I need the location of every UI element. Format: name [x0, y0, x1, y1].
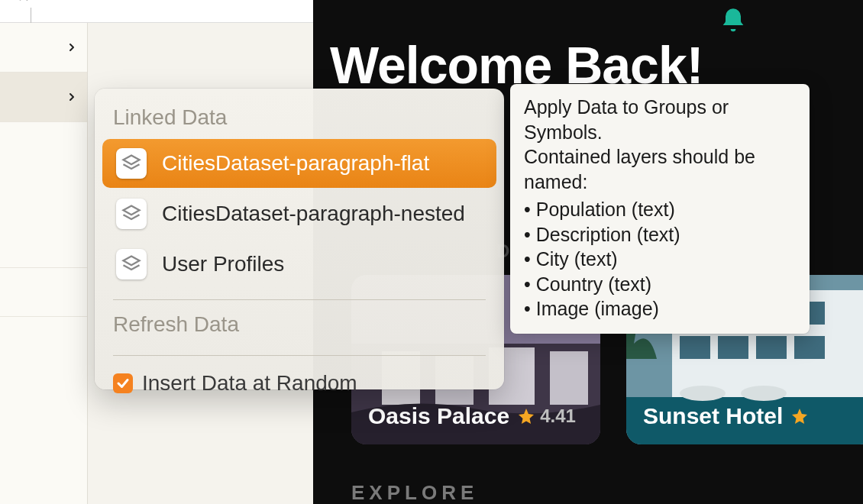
card-title: Oasis Palace: [368, 403, 509, 429]
star-icon: [517, 407, 535, 425]
card-rating: [790, 407, 809, 425]
tooltip-fields-list: Population (text) Description (text) Cit…: [524, 194, 796, 321]
insert-random-label: Insert Data at Random: [142, 371, 357, 396]
linked-data-menu: Linked Data CitiesDataset-paragraph-flat…: [95, 89, 504, 389]
tooltip-line: Contained layers should be named:: [524, 144, 796, 194]
bell-icon[interactable]: [718, 6, 748, 37]
tooltip-line: Apply Data to Groups or Symbols.: [524, 95, 796, 144]
menu-divider: [113, 299, 486, 300]
svg-point-17: [741, 386, 787, 401]
tooltip-field: Image (image): [524, 296, 796, 321]
tooltip-field: Description (text): [524, 222, 796, 247]
chevron-right-icon: [66, 41, 78, 53]
checkbox-checked[interactable]: [113, 373, 133, 393]
layer-row-active[interactable]: [0, 73, 87, 122]
svg-rect-5: [550, 351, 588, 405]
dataset-label: CitiesDataset-paragraph-nested: [162, 202, 465, 226]
layer-row[interactable]: [0, 23, 87, 73]
tooltip-field: Population (text): [524, 197, 796, 222]
layer-row[interactable]: [0, 267, 87, 317]
svg-marker-19: [124, 206, 140, 215]
check-icon: [116, 376, 130, 390]
dataset-item-selected[interactable]: CitiesDataset-paragraph-flat: [102, 139, 496, 188]
insert-random-row[interactable]: Insert Data at Random: [102, 363, 496, 400]
menu-header: Linked Data: [102, 99, 496, 139]
ruler-label: 100: [17, 0, 31, 2]
svg-rect-15: [794, 336, 825, 359]
stack-icon: [116, 148, 147, 179]
svg-point-16: [680, 386, 726, 401]
menu-divider: [113, 355, 486, 356]
card-rating-value: 4.41: [540, 405, 576, 427]
stack-icon: [116, 199, 147, 229]
refresh-data-item[interactable]: Refresh Data: [102, 308, 496, 344]
svg-marker-20: [124, 257, 140, 266]
svg-marker-18: [124, 156, 140, 165]
dataset-item[interactable]: CitiesDataset-paragraph-nested: [102, 189, 496, 238]
tooltip-field: Country (text): [524, 272, 796, 297]
svg-rect-14: [756, 336, 787, 359]
stack-icon: [116, 249, 147, 279]
layer-row[interactable]: [0, 122, 87, 267]
card-title-row: Sunset Hotel: [643, 403, 809, 429]
svg-rect-12: [680, 336, 710, 359]
dataset-label: CitiesDataset-paragraph-flat: [162, 151, 429, 176]
dataset-item[interactable]: User Profiles: [102, 240, 496, 289]
layer-row[interactable]: [0, 317, 87, 367]
layers-sidebar: [0, 23, 88, 504]
card-rating: 4.41: [517, 405, 576, 427]
card-title: Sunset Hotel: [643, 403, 783, 429]
card-title-row: Oasis Palace 4.41: [368, 403, 576, 429]
svg-rect-13: [718, 336, 748, 359]
ruler-tick: [31, 8, 31, 23]
tooltip-field: City (text): [524, 247, 796, 272]
star-icon: [790, 407, 809, 425]
dataset-label: User Profiles: [162, 252, 284, 276]
chevron-right-icon: [66, 91, 78, 103]
dataset-tooltip: Apply Data to Groups or Symbols. Contain…: [510, 84, 810, 334]
explore-label: EXPLORE: [351, 481, 478, 504]
